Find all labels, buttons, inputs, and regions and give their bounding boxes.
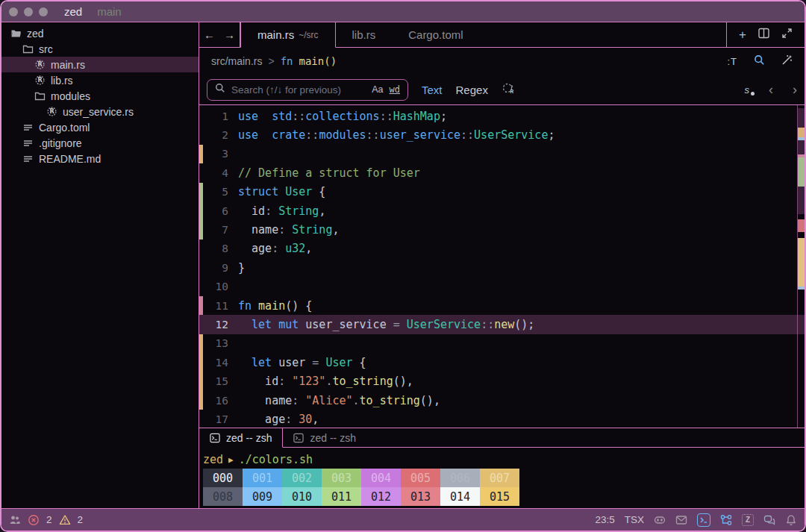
token-fn: new	[494, 318, 514, 331]
token-pr: }	[238, 261, 245, 275]
language-selector[interactable]: TSX	[625, 514, 644, 525]
tab-bar: ← → main.rs~/srclib.rsCargo.toml +	[199, 22, 805, 48]
regex-cycle-icon[interactable]: R	[502, 82, 514, 98]
terminal-output[interactable]: zed ▶ ./colors.sh 0000010020030040050060…	[199, 448, 805, 508]
code-line-15[interactable]: 15 id: "123".to_string(),	[199, 372, 805, 390]
chat-icon[interactable]	[763, 514, 775, 526]
code-line-9[interactable]: 9}	[199, 258, 805, 277]
minimize-window-button[interactable]	[24, 7, 33, 16]
token-pu: =	[393, 318, 400, 331]
code-line-7[interactable]: 7 name: String,	[199, 220, 805, 239]
tab-main-rs[interactable]: main.rs~/src	[240, 22, 336, 48]
match-case-toggle[interactable]: Aa	[372, 84, 383, 95]
terminal-toggle-icon[interactable]	[697, 513, 710, 527]
error-count[interactable]: 2	[46, 514, 52, 525]
forward-icon[interactable]: →	[224, 28, 235, 41]
copilot-icon[interactable]	[654, 514, 666, 526]
close-window-button[interactable]	[9, 7, 18, 16]
code-line-17[interactable]: 17 age: 30,	[199, 410, 805, 428]
token-pr	[252, 299, 258, 313]
code-line-16[interactable]: 16 name: "Alice".to_string(),	[199, 391, 805, 410]
next-match-icon[interactable]: ›	[793, 83, 797, 96]
error-icon[interactable]	[28, 514, 40, 526]
back-icon[interactable]: ←	[204, 28, 215, 41]
file-tree-item-src[interactable]: src	[1, 41, 199, 57]
buffer-search-icon[interactable]	[754, 54, 765, 68]
search-mode-regex[interactable]: Regex	[456, 84, 488, 96]
token-kw: struct	[238, 185, 278, 198]
inlay-hints-toggle[interactable]: :T	[727, 56, 737, 67]
search-bar: Aa wd Text Regex R s ‹ ›	[199, 75, 805, 105]
token-pr	[400, 318, 407, 331]
breadcrumb-symbol-keyword[interactable]: fn	[281, 55, 293, 67]
code-line-6[interactable]: 6 id: String,	[199, 201, 805, 220]
token-pr	[272, 318, 278, 331]
code-line-4[interactable]: 4// Define a struct for User	[199, 163, 805, 182]
file-tree-item--gitignore[interactable]: .gitignore	[1, 135, 199, 151]
file-tree-item-modules[interactable]: modules	[1, 88, 199, 104]
file-tree-item-zed[interactable]: zed	[1, 25, 199, 41]
file-tree-label: lib.rs	[51, 75, 73, 87]
file-tree-label: .gitignore	[39, 137, 82, 149]
ansi-color-006: 006	[440, 469, 480, 487]
cursor-position[interactable]: 23:5	[595, 514, 614, 525]
line-number: 4	[203, 167, 228, 179]
git-branch-label[interactable]: main	[97, 5, 122, 18]
code-line-12[interactable]: 12 let mut user_service = UserService::n…	[199, 315, 805, 334]
search-input[interactable]	[231, 84, 366, 96]
code-line-11[interactable]: 11fn main() {	[199, 296, 805, 315]
ansi-color-013: 013	[401, 487, 440, 506]
breadcrumb-symbol-name[interactable]: main()	[299, 55, 337, 67]
code-line-1[interactable]: 1use std::collections::HashMap;	[199, 107, 805, 125]
code-line-2[interactable]: 2use crate::modules::user_service::UserS…	[199, 125, 805, 144]
window-title: zed	[64, 5, 82, 18]
warning-icon[interactable]	[59, 514, 71, 526]
tab-lib-rs[interactable]: lib.rs	[336, 22, 393, 48]
line-number: 9	[203, 262, 228, 274]
token-pr: {	[353, 356, 366, 369]
new-tab-icon[interactable]: +	[739, 28, 746, 41]
split-pane-icon[interactable]	[758, 28, 769, 42]
whole-word-toggle[interactable]: wd	[390, 84, 400, 95]
file-tree-item-readme-md[interactable]: README.md	[1, 151, 199, 166]
token-pr: user_service	[299, 318, 393, 331]
breadcrumb[interactable]: src/main.rs	[211, 55, 262, 67]
search-box[interactable]: Aa wd	[207, 79, 408, 101]
terminal-tab-2[interactable]: zed -- zsh	[283, 428, 366, 448]
maximize-pane-icon[interactable]	[781, 28, 793, 42]
editor-scrollbar[interactable]	[797, 105, 805, 428]
code-line-8[interactable]: 8 age: u32,	[199, 240, 805, 258]
notifications-bell-icon[interactable]	[785, 514, 797, 526]
code-line-5[interactable]: 5struct User {	[199, 183, 805, 201]
zoom-window-button[interactable]	[39, 7, 48, 16]
file-tree-item-cargo-toml[interactable]: Cargo.toml	[1, 119, 199, 135]
selection-search-toggle[interactable]: s	[745, 84, 750, 96]
search-mode-text[interactable]: Text	[422, 84, 443, 96]
line-number: 1	[203, 110, 228, 122]
code-line-10[interactable]: 10	[199, 278, 805, 296]
svg-text:R: R	[37, 61, 42, 68]
feedback-envelope-icon[interactable]	[675, 514, 687, 526]
terminal-tab-1[interactable]: zed -- zsh	[199, 428, 283, 448]
zed-assistant-icon[interactable]: Z	[742, 514, 754, 526]
outline-panel-icon[interactable]	[720, 514, 732, 526]
code-editor[interactable]: 1use std::collections::HashMap;2use crat…	[199, 105, 805, 428]
tab-cargo-toml[interactable]: Cargo.toml	[392, 22, 479, 48]
previous-match-icon[interactable]: ‹	[769, 83, 773, 96]
collaboration-icon[interactable]	[9, 514, 21, 526]
prompt-command: ./colors.sh	[239, 453, 313, 466]
file-tree-item-user-service-rs[interactable]: Ruser_service.rs	[1, 104, 199, 119]
code-line-13[interactable]: 13	[199, 334, 805, 353]
token-fn: to_string	[332, 375, 393, 388]
scrollbar-mark-5	[798, 157, 805, 187]
warning-count[interactable]: 2	[78, 514, 84, 525]
token-pr: ,	[305, 242, 312, 255]
file-tree-item-main-rs[interactable]: Rmain.rs	[1, 57, 199, 72]
file-tree-item-lib-rs[interactable]: Rlib.rs	[1, 72, 199, 88]
code-line-14[interactable]: 14 let user = User {	[199, 353, 805, 372]
titlebar[interactable]: zed main	[1, 1, 805, 22]
code-line-3[interactable]: 3	[199, 145, 805, 163]
magic-wand-icon[interactable]	[781, 54, 793, 68]
rust-file-icon: R	[34, 59, 46, 70]
swatch-row-1: 008009010011012013014015	[203, 487, 805, 506]
